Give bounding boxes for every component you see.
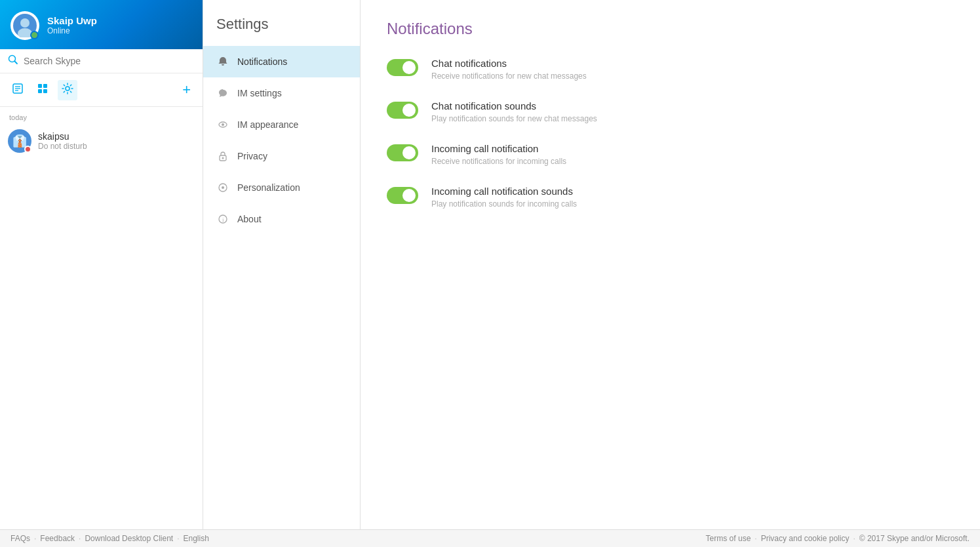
- settings-item-about[interactable]: i About: [203, 203, 360, 235]
- eye-icon: [216, 118, 229, 131]
- settings-item-label: About: [237, 214, 262, 224]
- sidebar: Skaip Uwp Online +: [0, 0, 203, 529]
- chat-name: skaipsu: [38, 131, 195, 142]
- chat-status: Do not disturb: [38, 142, 195, 151]
- search-icon: [8, 54, 18, 68]
- dnd-status-dot: [24, 146, 31, 153]
- language-link[interactable]: English: [184, 534, 209, 543]
- faqs-link[interactable]: FAQs: [10, 534, 30, 543]
- footer-right: Terms of use · Privacy and cookie policy…: [706, 534, 970, 543]
- page-title: Notifications: [387, 20, 954, 38]
- settings-panel: Settings Notifications IM settings IM ap…: [203, 0, 361, 529]
- notification-label-0: Chat notifications: [431, 58, 587, 69]
- settings-item-im-appearance[interactable]: IM appearance: [203, 109, 360, 140]
- settings-item-label: Notifications: [237, 56, 287, 67]
- bubble-icon: [216, 87, 229, 100]
- sidebar-header: Skaip Uwp Online: [0, 0, 203, 49]
- footer-left: FAQs · Feedback · Download Desktop Clien…: [10, 534, 209, 543]
- notification-label-2: Incoming call notification: [431, 143, 566, 154]
- lock-icon: [216, 150, 229, 163]
- terms-link[interactable]: Terms of use: [706, 534, 751, 543]
- user-name: Skaip Uwp: [47, 15, 97, 26]
- main-content: Notifications Chat notifications Receive…: [361, 0, 980, 529]
- toggle-wrap-2: [387, 144, 418, 161]
- notification-text-3: Incoming call notification sounds Play n…: [431, 186, 577, 209]
- download-link[interactable]: Download Desktop Client: [85, 534, 173, 543]
- privacy-link[interactable]: Privacy and cookie policy: [761, 534, 850, 543]
- footer-sep-r0: ·: [755, 534, 756, 543]
- section-label: today: [0, 111, 203, 124]
- chat-notifications-toggle[interactable]: [387, 59, 418, 76]
- svg-rect-11: [38, 89, 42, 93]
- chat-sounds-toggle[interactable]: [387, 102, 418, 119]
- settings-title: Settings: [203, 10, 360, 46]
- settings-item-privacy[interactable]: Privacy: [203, 140, 360, 172]
- list-item[interactable]: 👔 skaipsu Do not disturb: [0, 124, 203, 158]
- chat-info: skaipsu Do not disturb: [38, 131, 195, 151]
- svg-rect-10: [43, 84, 47, 88]
- footer-sep-2: ·: [177, 534, 179, 543]
- search-bar: [0, 49, 203, 73]
- footer: FAQs · Feedback · Download Desktop Clien…: [0, 529, 980, 547]
- settings-item-label: Personalization: [237, 182, 300, 193]
- notification-label-1: Chat notification sounds: [431, 100, 597, 111]
- incoming-call-toggle[interactable]: [387, 144, 418, 161]
- chat-avatar: 👔: [8, 129, 31, 153]
- settings-button[interactable]: [58, 80, 77, 100]
- notification-label-3: Incoming call notification sounds: [431, 186, 577, 197]
- svg-point-15: [222, 123, 224, 126]
- svg-rect-9: [38, 84, 42, 88]
- add-button[interactable]: +: [178, 79, 195, 101]
- svg-rect-12: [43, 89, 47, 93]
- toggle-wrap-1: [387, 102, 418, 119]
- svg-point-17: [222, 157, 224, 159]
- svg-text:i: i: [222, 216, 224, 223]
- footer-sep-r1: ·: [853, 534, 855, 543]
- toggle-wrap-0: [387, 59, 418, 76]
- notification-desc-3: Play notification sounds for incoming ca…: [431, 199, 577, 209]
- circle-icon: [216, 181, 229, 194]
- settings-item-label: IM settings: [237, 88, 282, 98]
- notification-text-1: Chat notification sounds Play notificati…: [431, 100, 597, 123]
- info-icon: i: [216, 213, 229, 226]
- notification-desc-2: Receive notifications for incoming calls: [431, 157, 566, 166]
- toggle-wrap-3: [387, 187, 418, 204]
- settings-item-label: Privacy: [237, 151, 267, 161]
- bell-icon: [216, 55, 229, 68]
- copyright-text: © 2017 Skype and/or Microsoft.: [859, 534, 970, 543]
- settings-item-im-settings[interactable]: IM settings: [203, 77, 360, 109]
- notification-desc-1: Play notification sounds for new chat me…: [431, 114, 597, 123]
- chat-section: today 👔 skaipsu Do not disturb: [0, 107, 203, 162]
- svg-line-4: [15, 62, 18, 64]
- user-info: Skaip Uwp Online: [47, 15, 97, 35]
- feedback-link[interactable]: Feedback: [40, 534, 75, 543]
- notification-desc-0: Receive notifications for new chat messa…: [431, 71, 587, 81]
- svg-point-19: [222, 186, 224, 189]
- settings-item-personalization[interactable]: Personalization: [203, 172, 360, 203]
- search-input[interactable]: [24, 56, 195, 66]
- status-indicator: [30, 31, 39, 39]
- toolbar: +: [0, 73, 203, 107]
- notification-row-1: Chat notification sounds Play notificati…: [387, 100, 954, 123]
- avatar-container: [10, 11, 39, 40]
- notification-row-2: Incoming call notification Receive notif…: [387, 143, 954, 166]
- footer-sep-0: ·: [34, 534, 36, 543]
- svg-point-1: [20, 18, 29, 28]
- settings-item-notifications[interactable]: Notifications: [203, 46, 360, 77]
- grid-button[interactable]: [33, 80, 52, 100]
- incoming-call-sounds-toggle[interactable]: [387, 187, 418, 204]
- notification-row-3: Incoming call notification sounds Play n…: [387, 186, 954, 209]
- settings-item-label: IM appearance: [237, 119, 298, 130]
- notification-row-0: Chat notifications Receive notifications…: [387, 58, 954, 81]
- journal-button[interactable]: [8, 80, 28, 100]
- svg-point-13: [66, 87, 69, 91]
- notification-text-0: Chat notifications Receive notifications…: [431, 58, 587, 81]
- notification-text-2: Incoming call notification Receive notif…: [431, 143, 566, 166]
- user-status: Online: [47, 26, 97, 35]
- footer-sep-1: ·: [79, 534, 81, 543]
